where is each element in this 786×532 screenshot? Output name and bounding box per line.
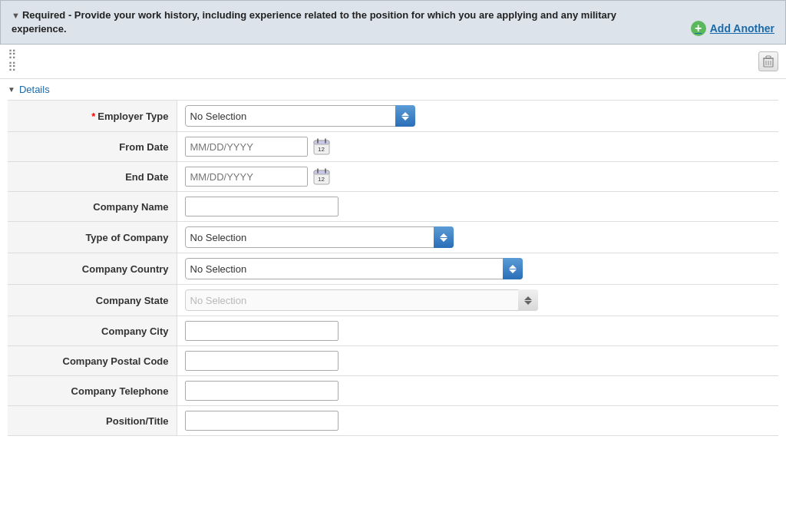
position-title-label: Position/Title	[8, 406, 177, 436]
table-row: End Date 12	[8, 162, 778, 192]
table-row: Company Country No Selection	[8, 253, 778, 285]
table-row: Position/Title	[8, 406, 778, 436]
company-city-input[interactable]	[185, 321, 339, 341]
from-date-cell: 12	[177, 132, 778, 162]
company-country-label: Company Country	[8, 253, 177, 285]
company-telephone-input[interactable]	[185, 381, 339, 401]
header-section: Required - Provide your work history, in…	[0, 0, 786, 45]
employer-type-cell: No Selection	[177, 101, 778, 132]
table-row: From Date 12	[8, 132, 778, 162]
drag-delete-row: ⠿⠿	[0, 45, 786, 79]
table-row: Company Name	[8, 192, 778, 222]
company-state-label: Company State	[8, 285, 177, 316]
company-country-select-wrapper: No Selection	[185, 258, 523, 279]
table-row: Company City	[8, 316, 778, 346]
details-header: ▼ Details	[8, 84, 778, 95]
from-date-input[interactable]	[185, 137, 308, 157]
svg-rect-7	[314, 140, 329, 144]
company-state-select[interactable]: No Selection	[185, 289, 538, 311]
type-of-company-label: Type of Company	[8, 222, 177, 253]
company-name-label: Company Name	[8, 192, 177, 222]
type-of-company-select-wrapper: No Selection	[185, 226, 454, 248]
end-date-input[interactable]	[185, 167, 308, 187]
required-star: *	[91, 111, 95, 122]
company-name-cell	[177, 192, 778, 222]
employer-type-select-wrapper: No Selection	[185, 105, 415, 127]
end-date-cell: 12	[177, 162, 778, 192]
svg-rect-2	[766, 56, 771, 58]
add-another-icon: +	[691, 21, 706, 36]
required-text: Required - Provide your work history, in…	[12, 8, 774, 36]
company-state-select-wrapper: No Selection	[185, 289, 538, 311]
drag-handle-icon[interactable]: ⠿⠿	[8, 49, 17, 74]
delete-button[interactable]	[758, 51, 778, 71]
from-date-calendar-icon[interactable]: 12	[312, 137, 331, 156]
table-row: Company Postal Code	[8, 346, 778, 376]
svg-text:12: 12	[318, 146, 325, 153]
company-city-cell	[177, 316, 778, 346]
table-row: Company Telephone	[8, 376, 778, 406]
company-postal-cell	[177, 346, 778, 376]
company-telephone-cell	[177, 376, 778, 406]
company-city-label: Company City	[8, 316, 177, 346]
from-date-wrapper: 12	[185, 137, 771, 157]
end-date-calendar-icon[interactable]: 12	[312, 167, 331, 186]
add-another-label: Add Another	[710, 22, 774, 35]
company-country-select[interactable]: No Selection	[185, 258, 523, 279]
company-postal-input[interactable]	[185, 351, 339, 371]
company-postal-label: Company Postal Code	[8, 346, 177, 376]
table-row: *Employer Type No Selection	[8, 101, 778, 132]
page-wrapper: Required - Provide your work history, in…	[0, 0, 786, 532]
svg-text:12: 12	[318, 176, 325, 183]
company-state-cell: No Selection	[177, 285, 778, 316]
company-name-input[interactable]	[185, 197, 339, 216]
end-date-label: End Date	[8, 162, 177, 192]
type-of-company-select[interactable]: No Selection	[185, 226, 454, 248]
employer-type-select[interactable]: No Selection	[185, 105, 415, 127]
form-table: *Employer Type No Selection	[8, 100, 778, 436]
trash-icon	[763, 55, 774, 68]
type-of-company-cell: No Selection	[177, 222, 778, 253]
position-title-cell	[177, 406, 778, 436]
from-date-label: From Date	[8, 132, 177, 162]
svg-rect-12	[314, 170, 329, 174]
company-country-cell: No Selection	[177, 253, 778, 285]
employer-type-label: *Employer Type	[8, 101, 177, 132]
position-title-input[interactable]	[185, 411, 339, 431]
details-triangle-icon: ▼	[8, 85, 15, 94]
table-row: Company State No Selection	[8, 285, 778, 316]
details-label: Details	[19, 84, 50, 95]
table-row: Type of Company No Selection	[8, 222, 778, 253]
end-date-wrapper: 12	[185, 167, 771, 187]
company-telephone-label: Company Telephone	[8, 376, 177, 406]
details-section: ▼ Details *Employer Type No Selection	[0, 79, 786, 436]
add-another-button[interactable]: + Add Another	[691, 21, 774, 36]
